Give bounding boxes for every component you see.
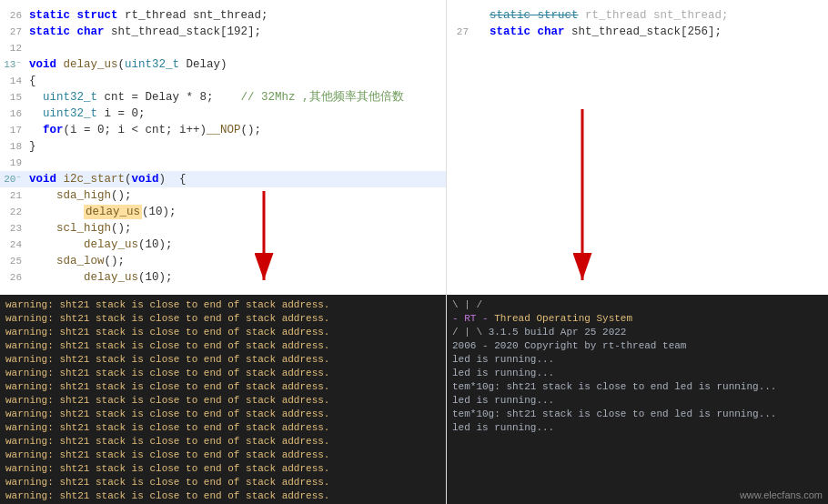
left-terminal-line-3: warning: sht21 stack is close to end of … — [5, 326, 440, 339]
code-line-24: 24 delay_us(10); — [0, 237, 446, 253]
left-terminal-line-8: warning: sht21 stack is close to end of … — [5, 394, 440, 408]
code-line-26b: 26 delay_us(10); — [0, 269, 446, 286]
code-line-18: 18 } — [0, 138, 446, 155]
rt-ascii-1: \ | / — [452, 298, 823, 312]
main-container: 26 static struct rt_thread snt_thread; 2… — [0, 0, 828, 504]
left-terminal: warning: sht21 stack is close to end of … — [0, 295, 446, 504]
left-terminal-line-15: warning: sht21 stack is close to end of … — [5, 489, 440, 503]
left-code-block: 26 static struct rt_thread snt_thread; 2… — [0, 4, 446, 289]
right-code-area: static struct rt_thread snt_thread; 27 s… — [447, 0, 828, 295]
code-line-15: 15 uint32_t cnt = Delay * 8; // 32Mhz ,其… — [0, 89, 446, 106]
code-line-25: 25 sda_low(); — [0, 253, 446, 269]
right-code-line-cut1: static struct rt_thread snt_thread; — [447, 7, 828, 24]
right-terminal: \ | / - RT - Thread Operating System / |… — [447, 295, 828, 504]
left-terminal-line-7: warning: sht21 stack is close to end of … — [5, 380, 440, 394]
left-terminal-line-1: warning: sht21 stack is close to end of … — [5, 298, 440, 312]
left-terminal-line-14: warning: sht21 stack is close to end of … — [5, 476, 440, 489]
code-line-17: 17 for(i = 0; i < cnt; i++)__NOP(); — [0, 122, 446, 138]
left-terminal-line-12: warning: sht21 stack is close to end of … — [5, 449, 440, 462]
left-terminal-line-9: warning: sht21 stack is close to end of … — [5, 408, 440, 421]
rt-line-3: tem*10g: sht21 stack is close to end led… — [452, 380, 823, 394]
code-line-26a: 26 static struct rt_thread snt_thread; — [0, 7, 446, 24]
rt-line-1: led is running... — [452, 353, 823, 367]
rt-line-5: tem*10g: sht21 stack is close to end led… — [452, 408, 823, 421]
code-line-21: 21 sda_high(); — [0, 187, 446, 204]
left-terminal-line-13: warning: sht21 stack is close to end of … — [5, 462, 440, 476]
rt-ascii-4: 2006 - 2020 Copyright by rt-thread team — [452, 339, 823, 353]
code-line-20: 20⁻ void i2c_start(void) { — [0, 171, 446, 187]
right-code-block: static struct rt_thread snt_thread; 27 s… — [447, 4, 828, 44]
left-terminal-line-10: warning: sht21 stack is close to end of … — [5, 421, 440, 435]
watermark: www.elecfans.com — [740, 489, 823, 500]
code-line-13: 13⁻ void delay_us(uint32_t Delay) — [0, 56, 446, 73]
left-panel: 26 static struct rt_thread snt_thread; 2… — [0, 0, 446, 504]
code-line-16: 16 uint32_t i = 0; — [0, 106, 446, 122]
left-terminal-line-2: warning: sht21 stack is close to end of … — [5, 312, 440, 326]
rt-line-2: led is running... — [452, 367, 823, 380]
left-terminal-line-11: warning: sht21 stack is close to end of … — [5, 435, 440, 449]
left-terminal-line-5: warning: sht21 stack is close to end of … — [5, 353, 440, 367]
code-line-22: 22 delay_us(10); — [0, 204, 446, 220]
code-line-27: 27 static char sht_thread_stack[192]; — [0, 24, 446, 40]
right-panel: static struct rt_thread snt_thread; 27 s… — [446, 0, 828, 504]
rt-line-6: led is running... — [452, 421, 823, 435]
left-code-area: 26 static struct rt_thread snt_thread; 2… — [0, 0, 446, 295]
code-line-23: 23 scl_high(); — [0, 220, 446, 237]
code-line-19: 19 — [0, 155, 446, 171]
left-terminal-line-6: warning: sht21 stack is close to end of … — [5, 367, 440, 380]
code-line-12: 12 — [0, 40, 446, 56]
rt-ascii-2: - RT - Thread Operating System — [452, 312, 823, 326]
right-code-line-27: 27 static char sht_thread_stack[256]; — [447, 24, 828, 40]
code-line-14: 14 { — [0, 73, 446, 89]
left-terminal-line-4: warning: sht21 stack is close to end of … — [5, 339, 440, 353]
rt-ascii-3: / | \ 3.1.5 build Apr 25 2022 — [452, 326, 823, 339]
rt-line-4: led is running... — [452, 394, 823, 408]
